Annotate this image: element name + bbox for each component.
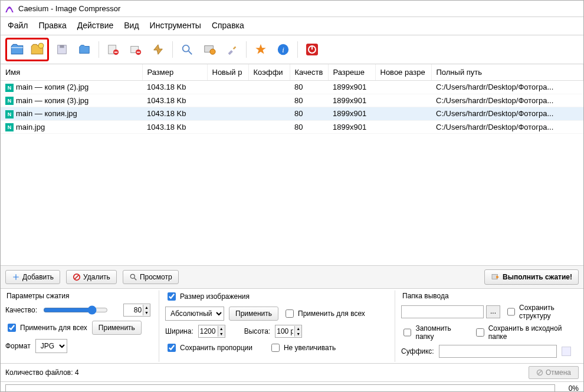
menu-tools[interactable]: Инструменты	[150, 21, 201, 30]
quality-apply-all-checkbox[interactable]: Применить для всех	[5, 322, 87, 334]
spin-down-icon[interactable]: ▼	[218, 331, 225, 337]
window-title: Caesium - Image Compressor	[18, 4, 120, 13]
remove-button-label: Удалить	[83, 273, 110, 281]
no-enlarge-checkbox[interactable]: Не увеличивать	[269, 342, 336, 354]
col-name[interactable]: Имя	[1, 64, 142, 81]
preview-button-label: Просмотр	[140, 273, 172, 281]
compress-button[interactable]: Выполнить сжатие!	[484, 269, 579, 285]
spin-up-icon[interactable]: ▲	[218, 326, 225, 331]
actionbar: Добавить Удалить Просмотр Выполнить сжат…	[1, 266, 583, 289]
remove-item-icon[interactable]	[104, 40, 123, 59]
svg-rect-5	[114, 52, 118, 53]
zoom-icon[interactable]	[178, 40, 196, 59]
open-folder-icon[interactable]	[75, 40, 94, 59]
remember-folder-checkbox[interactable]: Запомнить папку	[401, 324, 469, 341]
keep-ratio-checkbox[interactable]: Сохранить пропорции	[165, 342, 252, 354]
output-panel: Папка вывода ... Сохранить структуру Зап…	[395, 290, 579, 362]
output-path-input[interactable]	[401, 305, 484, 318]
col-ratio[interactable]: Коэффи	[248, 64, 290, 81]
table-row[interactable]: Nmain — копия.jpg1043.18 Kb801899x901C:/…	[1, 107, 583, 121]
spin-up-icon[interactable]: ▲	[294, 326, 301, 331]
suffix-reset-icon[interactable]	[562, 347, 571, 356]
add-folder-icon[interactable]	[28, 40, 47, 59]
suffix-input[interactable]	[439, 345, 557, 358]
quality-apply-button[interactable]: Применить	[92, 321, 142, 335]
menu-edit[interactable]: Правка	[38, 21, 66, 30]
image-size-enable-checkbox[interactable]: Размер изображения	[165, 291, 250, 302]
plus-icon	[12, 273, 20, 281]
spin-down-icon[interactable]: ▼	[294, 331, 301, 337]
power-icon[interactable]	[303, 40, 321, 59]
output-title: Папка вывода	[402, 292, 579, 300]
progress-percent: 0%	[560, 384, 579, 392]
tools-icon[interactable]	[222, 40, 241, 59]
col-quality[interactable]: Качеств	[290, 64, 328, 81]
keep-structure-checkbox[interactable]: Сохранить структуру	[505, 304, 579, 320]
svg-text:i: i	[282, 46, 284, 54]
size-apply-button[interactable]: Применить	[229, 307, 278, 321]
size-mode-select[interactable]: Абсолютный	[165, 307, 224, 321]
quality-spinner[interactable]: ▲▼	[123, 304, 150, 317]
col-path[interactable]: Полный путь	[431, 64, 583, 81]
menu-action[interactable]: Действие	[77, 21, 114, 30]
width-value[interactable]	[199, 325, 218, 337]
spin-up-icon[interactable]: ▲	[143, 305, 150, 310]
compression-title: Параметры сжатия	[6, 292, 153, 300]
star-icon[interactable]	[251, 40, 270, 59]
browse-button[interactable]: ...	[486, 305, 500, 318]
progress-track	[5, 384, 555, 392]
suffix-label: Суффикс:	[401, 347, 434, 355]
file-type-icon: N	[5, 84, 14, 92]
image-settings-icon[interactable]	[200, 40, 219, 59]
compress-button-label: Выполнить сжатие!	[503, 273, 572, 281]
svg-line-24	[538, 371, 542, 374]
menu-help[interactable]: Справка	[212, 21, 244, 30]
svg-rect-2	[60, 45, 64, 48]
file-count-label: Количество файлов: 4	[5, 368, 79, 377]
preview-button[interactable]: Просмотр	[123, 270, 179, 284]
file-listview[interactable]: Имя Размер Новый р Коэффи Качеств Разреш…	[1, 64, 583, 266]
clear-list-icon[interactable]	[126, 40, 145, 59]
height-value[interactable]	[275, 325, 294, 337]
col-size[interactable]: Размер	[142, 64, 207, 81]
forbid-icon	[536, 369, 543, 376]
app-icon	[4, 4, 15, 14]
quality-slider[interactable]	[43, 305, 108, 315]
format-select[interactable]: JPG	[35, 339, 67, 353]
table-row[interactable]: Nmain.jpg1043.18 Kb801899x901C:/Users/ha…	[1, 120, 583, 134]
remove-button[interactable]: Удалить	[66, 270, 117, 284]
toolbar: i	[1, 35, 583, 64]
table-row[interactable]: Nmain — копия (2).jpg1043.18 Kb801899x90…	[1, 81, 583, 94]
clean-icon[interactable]	[149, 40, 168, 59]
col-new-res[interactable]: Новое разре	[375, 64, 431, 81]
col-new-size[interactable]: Новый р	[207, 64, 248, 81]
svg-line-10	[189, 51, 192, 55]
save-icon[interactable]	[53, 40, 71, 59]
table-row[interactable]: Nmain — копия (3).jpg1043.18 Kb801899x90…	[1, 94, 583, 107]
svg-point-0	[38, 43, 44, 48]
size-apply-all-checkbox[interactable]: Применить для всех	[283, 308, 365, 319]
svg-point-12	[210, 49, 215, 54]
forbid-icon	[73, 273, 81, 281]
menu-view[interactable]: Вид	[124, 21, 139, 30]
width-spinner[interactable]: ▲▼	[198, 325, 225, 338]
add-file-icon[interactable]	[8, 40, 27, 59]
height-spinner[interactable]: ▲▼	[275, 325, 302, 338]
cancel-button[interactable]: Отмена	[529, 366, 579, 379]
spin-down-icon[interactable]: ▼	[143, 310, 150, 315]
statusbar: Количество файлов: 4 Отмена	[1, 364, 583, 382]
svg-rect-8	[137, 52, 140, 53]
menu-file[interactable]: Файл	[8, 21, 28, 30]
compress-icon	[491, 272, 500, 282]
same-folder-checkbox[interactable]: Сохранить в исходной папке	[474, 324, 579, 341]
settings-panels: Параметры сжатия Качество: ▲▼ Применить …	[1, 289, 583, 364]
add-button[interactable]: Добавить	[5, 270, 60, 284]
col-resolution[interactable]: Разреше	[328, 64, 375, 81]
info-icon[interactable]: i	[274, 40, 293, 59]
file-type-icon: N	[5, 110, 14, 118]
search-icon	[129, 273, 137, 281]
file-type-icon: N	[5, 97, 14, 105]
highlight-add-buttons	[5, 38, 49, 61]
quality-value[interactable]	[124, 304, 143, 316]
width-label: Ширина:	[165, 327, 193, 335]
